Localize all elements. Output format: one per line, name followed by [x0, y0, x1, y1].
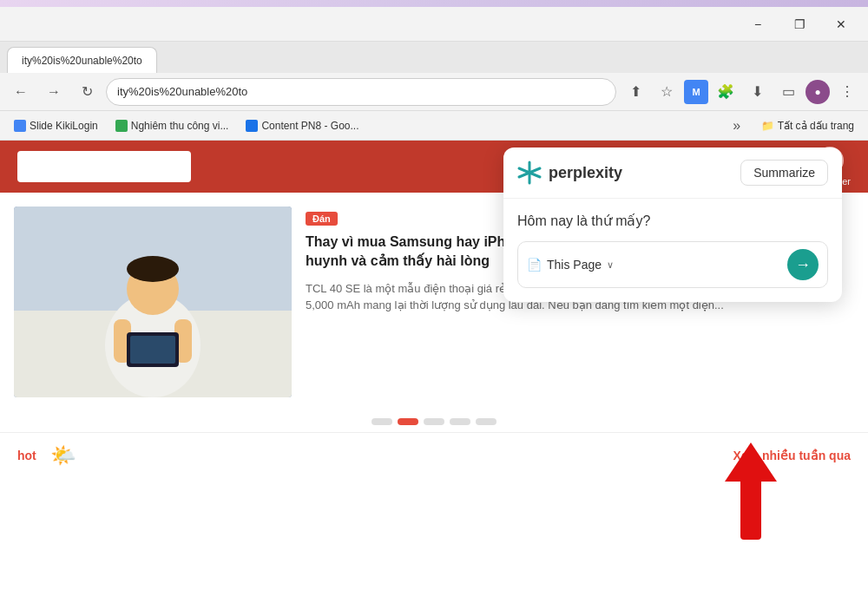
summarize-button[interactable]: Summarize [740, 160, 828, 186]
submit-button[interactable]: → [787, 249, 819, 280]
back-button[interactable]: ← [7, 78, 35, 106]
folder-icon: 📁 [761, 120, 774, 132]
hot-badge: Đán [306, 212, 338, 226]
weekly-link[interactable]: Xem nhiều tuần qua [733, 449, 851, 462]
page-content: Smember [0, 141, 868, 590]
chevron-down-icon: ∨ [607, 259, 614, 271]
header-search-box[interactable] [17, 151, 191, 182]
perplexity-logo: perplexity [517, 161, 622, 185]
svg-rect-9 [130, 336, 175, 364]
dots-row [0, 411, 868, 432]
address-bar[interactable]: ity%20is%20unable%20to [106, 78, 616, 106]
window-controls: − ❐ ✕ [738, 10, 861, 38]
bookmarks-bar: Slide KikiLogin Nghiêm thu công vi... Co… [0, 111, 868, 141]
address-text: ity%20is%20unable%20to [117, 85, 247, 98]
hot-text: hot [17, 449, 36, 462]
share-icon[interactable]: ⬆ [621, 78, 649, 106]
puzzle-icon[interactable]: 🧩 [712, 78, 740, 106]
tab-title: ity%20is%20unable%20to [22, 55, 142, 67]
bookmark-content[interactable]: Content PN8 - Goo... [239, 117, 365, 134]
dot-1[interactable] [372, 418, 392, 425]
article-image [14, 206, 292, 397]
perplexity-popup: perplexity Summarize Hôm nay là thứ mấy?… [503, 148, 842, 302]
browser-toolbar: ← → ↻ ity%20is%20unable%20to ⬆ ☆ M 🧩 ⬇ ▭… [0, 73, 868, 111]
all-bookmarks-folder[interactable]: 📁 Tất cả dấu trang [754, 117, 861, 134]
search-row: 📄 This Page ∨ → [517, 241, 828, 288]
minimize-button[interactable]: − [738, 10, 778, 38]
weather-icon: 🌤️ [50, 443, 76, 468]
bookmark-content-label: Content PN8 - Goo... [261, 120, 358, 132]
bottom-section: hot 🌤️ Xem nhiều tuần qua [0, 432, 868, 478]
submit-arrow-icon: → [795, 256, 811, 274]
extension-icon[interactable]: M [684, 80, 708, 104]
this-page-button[interactable]: 📄 This Page ∨ [527, 258, 614, 272]
forward-button[interactable]: → [40, 78, 68, 106]
dot-2-active[interactable] [398, 418, 418, 425]
top-strip [0, 0, 868, 7]
more-bookmarks-button[interactable]: » [723, 112, 751, 140]
dot-4[interactable] [450, 418, 470, 425]
bookmark-green-icon [115, 120, 128, 132]
all-bookmarks-label: Tất cả dấu trang [778, 120, 854, 132]
window-chrome: − ❐ ✕ [0, 7, 868, 42]
perplexity-logo-icon [517, 161, 542, 185]
toolbar-icons: ⬆ ☆ M 🧩 ⬇ ▭ ● ⋮ [621, 78, 861, 106]
popup-header: perplexity Summarize [503, 148, 842, 199]
svg-point-5 [127, 256, 179, 282]
tab-bar: ity%20is%20unable%20to [0, 42, 868, 73]
reload-button[interactable]: ↻ [73, 78, 101, 106]
bookmark-blue-icon [246, 120, 258, 132]
perplexity-name: perplexity [549, 164, 622, 182]
bookmark-slide[interactable]: Slide KikiLogin [7, 117, 105, 134]
bookmark-nghiem[interactable]: Nghiêm thu công vi... [108, 117, 236, 134]
bookmarks-right: » 📁 Tất cả dấu trang [723, 112, 861, 140]
active-tab[interactable]: ity%20is%20unable%20to [7, 47, 157, 73]
popup-search: Hôm nay là thứ mấy? 📄 This Page ∨ → [503, 199, 842, 302]
bookmark-slide-label: Slide KikiLogin [30, 120, 98, 132]
close-button[interactable]: ✕ [821, 10, 861, 38]
dot-5[interactable] [476, 418, 496, 425]
query-text: Hôm nay là thứ mấy? [517, 213, 828, 229]
tablet-icon[interactable]: ▭ [774, 78, 802, 106]
more-button[interactable]: ⋮ [833, 78, 861, 106]
bookmark-nghiem-label: Nghiêm thu công vi... [131, 120, 229, 132]
download-icon[interactable]: ⬇ [743, 78, 771, 106]
document-icon: 📄 [527, 258, 542, 272]
profile-icon[interactable]: ● [806, 80, 830, 104]
this-page-label: This Page [547, 258, 602, 272]
star-icon[interactable]: ☆ [653, 78, 681, 106]
dot-3[interactable] [424, 418, 444, 425]
restore-button[interactable]: ❐ [779, 10, 819, 38]
bookmark-google-icon [14, 120, 26, 132]
